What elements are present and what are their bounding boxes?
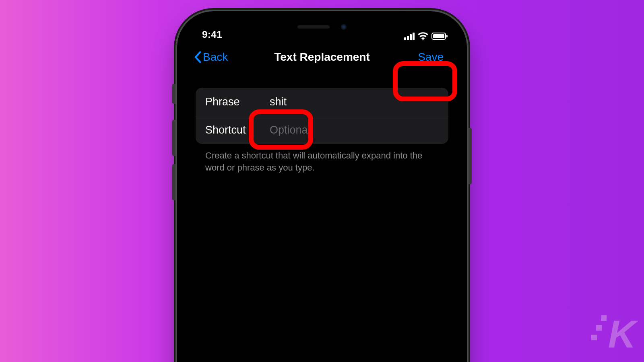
speaker-grille xyxy=(297,25,330,29)
navigation-bar: Back Text Replacement Save xyxy=(184,41,460,73)
page-title: Text Replacement xyxy=(274,51,370,64)
phone-frame: 9:41 Back Text Replacement xyxy=(177,11,467,362)
volume-down-button xyxy=(172,164,175,200)
front-camera xyxy=(341,24,347,30)
footer-description: Create a shortcut that will automaticall… xyxy=(196,144,448,173)
status-time: 9:41 xyxy=(202,29,222,40)
phrase-label: Phrase xyxy=(205,96,270,108)
notch xyxy=(270,19,374,35)
watermark: K xyxy=(591,312,634,356)
silence-switch xyxy=(172,84,175,104)
battery-icon xyxy=(431,33,446,40)
phrase-input[interactable] xyxy=(270,96,439,108)
watermark-letter: K xyxy=(608,312,634,356)
shortcut-input[interactable] xyxy=(270,124,439,136)
shortcut-row: Shortcut xyxy=(196,116,448,144)
wifi-icon xyxy=(418,32,428,40)
cellular-signal-icon xyxy=(403,33,415,40)
save-button[interactable]: Save xyxy=(411,47,450,67)
content-area: Phrase Shortcut Create a shortcut that w… xyxy=(184,73,460,173)
shortcut-label: Shortcut xyxy=(205,124,270,136)
power-button xyxy=(469,128,472,184)
watermark-dots-icon xyxy=(591,315,611,339)
chevron-left-icon xyxy=(194,51,201,63)
back-label: Back xyxy=(203,51,228,64)
phone-screen: 9:41 Back Text Replacement xyxy=(184,19,460,362)
settings-group: Phrase Shortcut xyxy=(196,88,448,144)
back-button[interactable]: Back xyxy=(194,51,228,64)
volume-up-button xyxy=(172,120,175,156)
phrase-row: Phrase xyxy=(196,88,448,116)
status-icons xyxy=(403,32,446,40)
